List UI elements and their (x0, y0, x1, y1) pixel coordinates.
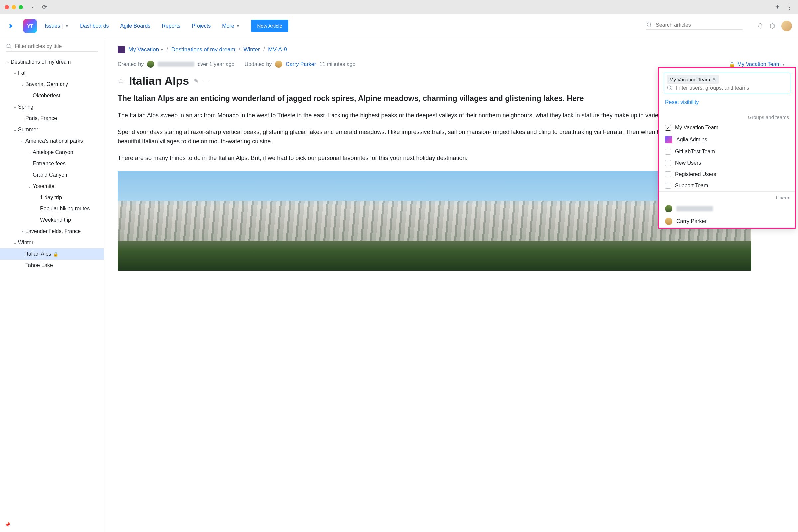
chevron-down-icon: ▾ (783, 62, 785, 66)
logo-text: YT (27, 23, 33, 28)
tree-root[interactable]: ⌄Destinations of my dream (0, 56, 104, 68)
user-avatar[interactable] (781, 21, 792, 31)
chevron-down-icon: ⌄ (12, 241, 18, 245)
visibility-option-user[interactable]: Carry Parker (659, 215, 795, 228)
article-tree-sidebar: ⌄Destinations of my dream ⌄Fall ⌄Bavaria… (0, 38, 104, 532)
group-avatar-icon (665, 136, 672, 143)
visibility-option[interactable]: ✓My Vacation Team (659, 122, 795, 133)
visibility-option[interactable]: Agila Admins (659, 133, 795, 146)
tree-entrance[interactable]: Entrance fees (0, 158, 104, 169)
article-paragraph: There are so many things to do in the It… (118, 154, 752, 163)
visibility-option[interactable]: New Users (659, 157, 795, 169)
notifications-icon[interactable] (757, 23, 763, 29)
nav-dashboards[interactable]: Dashboards (80, 23, 109, 29)
browser-menu-icon[interactable]: ⋮ (785, 3, 793, 11)
tree-1day[interactable]: 1 day trip (0, 192, 104, 203)
project-icon (118, 46, 125, 53)
sidebar-filter[interactable] (6, 43, 98, 52)
tree-winter[interactable]: ⌄Winter (0, 237, 104, 248)
pin-icon[interactable]: 📌 (5, 522, 10, 527)
breadcrumb-l2[interactable]: Winter (244, 46, 260, 53)
visibility-option[interactable]: Registered Users (659, 169, 795, 180)
updater-avatar (275, 60, 282, 68)
lock-icon: 🔒 (729, 61, 736, 68)
search-icon (667, 85, 673, 91)
breadcrumb-separator: / (239, 46, 241, 53)
users-section-header: Users (659, 191, 795, 203)
svg-marker-2 (771, 23, 774, 28)
chevron-right-icon: › (19, 229, 25, 234)
nav-reports[interactable]: Reports (162, 23, 180, 29)
tree-italian-alps[interactable]: Italian Alps 🔒 (0, 248, 104, 260)
chevron-down-icon: ⌄ (19, 82, 25, 87)
nav-more[interactable]: More ▼ (222, 23, 240, 29)
more-icon[interactable]: ⋯ (203, 77, 209, 85)
article-meta: Created by over 1 year ago Updated by Ca… (118, 60, 785, 68)
breadcrumb-project[interactable]: My Vacation ▾ (128, 46, 163, 53)
chevron-down-icon: ▼ (65, 24, 69, 28)
settings-icon[interactable] (770, 23, 775, 29)
svg-point-3 (7, 44, 10, 48)
article-paragraph: The Italian Alps sweep in an arc from Mo… (118, 111, 752, 120)
tree-spring[interactable]: ⌄Spring (0, 101, 104, 113)
breadcrumb-l1[interactable]: Destinations of my dream (171, 46, 235, 53)
remove-token-icon[interactable]: ✕ (712, 76, 716, 82)
visibility-dropdown[interactable]: 🔒 My Vacation Team ▾ (729, 61, 785, 68)
nav-projects[interactable]: Projects (191, 23, 211, 29)
checkbox[interactable] (665, 160, 671, 166)
svg-line-1 (650, 25, 652, 27)
updater-name[interactable]: Carry Parker (286, 61, 316, 67)
checkbox[interactable] (665, 171, 671, 177)
chevron-down-icon: ▼ (236, 24, 240, 28)
star-icon[interactable]: ☆ (118, 77, 125, 86)
nav-issues[interactable]: Issues|▼ (44, 23, 69, 29)
tree-antelope[interactable]: ›Antelope Canyon (0, 147, 104, 158)
search-icon (6, 43, 12, 49)
tree-bavaria[interactable]: ⌄Bavaria, Germany (0, 79, 104, 90)
minimize-window[interactable] (12, 5, 16, 9)
search-icon (646, 22, 652, 28)
creator-avatar (147, 60, 154, 68)
visibility-input-box[interactable]: My Vacation Team✕ (664, 73, 790, 93)
search-input[interactable] (656, 22, 743, 28)
visibility-option[interactable]: GitLabTest Team (659, 146, 795, 157)
tree-grand[interactable]: Grand Canyon (0, 169, 104, 180)
maximize-window[interactable] (19, 5, 23, 9)
edit-icon[interactable]: ✎ (193, 77, 198, 85)
tree-parks[interactable]: ⌄America's national parks (0, 135, 104, 147)
reload-button[interactable]: ⟳ (40, 3, 48, 11)
tree-weekend[interactable]: Weekend trip (0, 214, 104, 226)
tree-lavender[interactable]: ›Lavender fields, France (0, 226, 104, 237)
tree-summer[interactable]: ⌄Summer (0, 124, 104, 135)
visibility-option-user[interactable] (659, 203, 795, 215)
youtrack-logo[interactable]: YT (23, 19, 37, 33)
checkbox-checked[interactable]: ✓ (665, 125, 671, 131)
back-button[interactable]: ← (30, 3, 38, 11)
filter-input[interactable] (15, 43, 98, 49)
nav-utility-icons (757, 21, 792, 31)
close-window[interactable] (5, 5, 9, 9)
new-article-button[interactable]: New Article (251, 20, 288, 32)
chevron-down-icon: ⌄ (26, 184, 33, 189)
checkbox[interactable] (665, 149, 671, 155)
app-rail-icon[interactable] (6, 16, 15, 36)
visibility-option[interactable]: Support Team (659, 180, 795, 191)
global-search[interactable] (646, 22, 743, 30)
breadcrumb-separator: / (263, 46, 265, 53)
breadcrumb-id[interactable]: MV-A-9 (268, 46, 287, 53)
tree-yosemite[interactable]: ⌄Yosemite (0, 180, 104, 192)
tree-oktoberfest[interactable]: Oktoberfest (0, 90, 104, 101)
extensions-icon[interactable]: ✦ (773, 3, 781, 11)
tree-paris[interactable]: Paris, France (0, 113, 104, 124)
chevron-down-icon: ⌄ (19, 139, 25, 143)
checkbox[interactable] (665, 183, 671, 189)
groups-section-header: Groups and teams (659, 111, 795, 122)
article-paragraph: Spend your days staring at razor-sharp v… (118, 128, 752, 146)
visibility-filter-input[interactable] (676, 85, 787, 91)
tree-hiking[interactable]: Popular hiking routes (0, 203, 104, 214)
nav-agile-boards[interactable]: Agile Boards (120, 23, 151, 29)
tree-tahoe[interactable]: Tahoe Lake (0, 260, 104, 271)
reset-visibility-link[interactable]: Reset visibility (659, 98, 795, 111)
tree-fall[interactable]: ⌄Fall (0, 68, 104, 79)
breadcrumb-separator: / (166, 46, 168, 53)
